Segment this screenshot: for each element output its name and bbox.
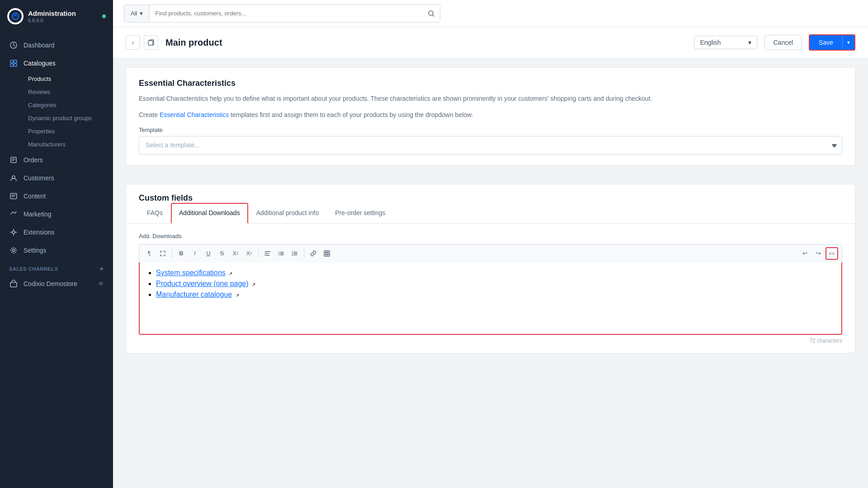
save-dropdown-button[interactable]: ▾ (842, 35, 854, 50)
tab-faqs[interactable]: FAQs (139, 203, 171, 224)
cancel-button[interactable]: Cancel (764, 35, 802, 50)
svg-rect-8 (10, 193, 17, 199)
back-button[interactable]: ‹ (126, 35, 140, 50)
tab-additional-downloads[interactable]: Additional Downloads (171, 203, 248, 224)
svg-rect-13 (148, 41, 153, 45)
essential-characteristics-title: Essential Characteristics (139, 79, 842, 88)
rte-bold-button[interactable]: B (175, 247, 188, 260)
save-button[interactable]: Save (810, 35, 842, 50)
search-bar: All ▾ (124, 5, 440, 23)
sidebar-item-manufacturers[interactable]: Manufacturers (24, 138, 113, 151)
settings-icon (9, 246, 18, 255)
dashboard-icon (9, 41, 18, 50)
svg-rect-5 (14, 64, 17, 66)
tab-content-additional-downloads: Add. Downloads ¶ B I U S X2 X2 (126, 224, 855, 353)
sidebar-item-reviews[interactable]: Reviews (24, 85, 113, 99)
tab-pre-order-settings[interactable]: Pre-order settings (327, 203, 393, 224)
duplicate-button[interactable] (144, 35, 158, 50)
extensions-icon (9, 228, 18, 237)
rte-expand-button[interactable] (156, 247, 169, 260)
sidebar-item-products[interactable]: Products (24, 72, 113, 85)
sidebar-item-customers-label: Customers (24, 174, 54, 182)
list-item: Manufacturer catalogue ↗ (156, 291, 834, 299)
rte-ol-button[interactable] (288, 247, 301, 260)
rte-align-button[interactable] (261, 247, 274, 260)
rte-list: System specifications ↗ Product overview… (147, 269, 834, 299)
sidebar-item-orders[interactable]: Orders (0, 151, 113, 169)
external-link-icon-1: ↗ (229, 271, 232, 276)
sidebar-item-content-label: Content (24, 192, 46, 200)
search-submit-button[interactable] (423, 5, 440, 22)
rte-italic-button[interactable]: I (189, 247, 201, 260)
page-title: Main product (165, 38, 687, 48)
rte-content-area[interactable]: System specifications ↗ Product overview… (139, 263, 842, 335)
add-sales-channel-icon[interactable]: + (99, 265, 104, 273)
sidebar-item-settings[interactable]: Settings (0, 241, 113, 259)
rte-superscript-button[interactable]: X2 (229, 247, 242, 260)
online-indicator (102, 14, 106, 18)
rte-separator-1 (172, 249, 172, 258)
custom-fields-card: Custom fields FAQs Additional Downloads … (126, 184, 855, 353)
rte-link-button[interactable] (307, 247, 320, 260)
sidebar-item-dashboard[interactable]: Dashboard (0, 36, 113, 54)
add-downloads-label: Add. Downloads (139, 233, 842, 239)
svg-point-9 (12, 231, 15, 234)
sidebar: Administration 6.6.9.0 Dashboard Catalog… (0, 0, 113, 488)
svg-rect-2 (10, 60, 13, 63)
sidebar-item-properties[interactable]: Properties (24, 125, 113, 138)
essential-characteristics-desc1: Essential Characteristics help you to de… (139, 94, 842, 103)
svg-point-0 (12, 13, 19, 19)
rte-redo-button[interactable]: ↪ (812, 247, 825, 260)
codixio-visibility-icon[interactable]: 👁 (98, 281, 104, 287)
language-selector[interactable]: English ▾ (694, 36, 757, 49)
essential-characteristics-link[interactable]: Essential Characteristics (160, 111, 229, 118)
search-input[interactable] (150, 5, 423, 22)
sidebar-item-marketing-label: Marketing (24, 211, 51, 218)
svg-point-7 (12, 176, 15, 178)
page-nav-buttons: ‹ (126, 35, 158, 50)
sidebar-item-catalogues[interactable]: Catalogues (0, 54, 113, 72)
system-specs-link[interactable]: System specifications (156, 269, 226, 277)
list-item: Product overview (one page) ↗ (156, 280, 834, 288)
page-header: ‹ Main product English ▾ Cancel Save ▾ (113, 27, 868, 58)
tabs-bar: FAQs Additional Downloads Additional pro… (126, 203, 855, 224)
rte-subscript-button[interactable]: X2 (243, 247, 255, 260)
template-placeholder: Select a template... (146, 141, 200, 149)
sidebar-item-categories[interactable]: Categories (24, 99, 113, 112)
topbar: All ▾ (113, 0, 868, 27)
sidebar-item-content[interactable]: Content (0, 187, 113, 205)
sidebar-item-customers[interactable]: Customers (0, 169, 113, 187)
sidebar-item-dynamic-product-groups[interactable]: Dynamic product groups (24, 112, 113, 125)
search-filter-button[interactable]: All ▾ (124, 5, 150, 22)
sidebar-subnav-catalogues: Products Reviews Categories Dynamic prod… (0, 72, 113, 151)
svg-point-10 (13, 249, 15, 252)
svg-rect-11 (10, 282, 17, 287)
app-name: Administration (28, 9, 76, 18)
svg-rect-3 (14, 60, 17, 63)
sidebar-item-marketing[interactable]: Marketing (0, 205, 113, 223)
rte-underline-button[interactable]: U (202, 247, 215, 260)
rte-ul-button[interactable] (275, 247, 288, 260)
customers-icon (9, 174, 18, 183)
rte-paragraph-button[interactable]: ¶ (143, 247, 156, 260)
store-icon (9, 279, 18, 288)
rte-undo-button[interactable]: ↩ (798, 247, 811, 260)
template-select[interactable]: Select a template... ▾ (139, 136, 842, 155)
rte-code-button[interactable]: <> (826, 247, 838, 260)
sidebar-nav: Dashboard Catalogues Products Reviews Ca… (0, 33, 113, 488)
product-overview-link[interactable]: Product overview (one page) (156, 280, 249, 287)
tab-additional-product-info[interactable]: Additional product info (248, 203, 327, 224)
orders-icon (9, 155, 18, 164)
svg-rect-4 (10, 64, 13, 66)
external-link-icon-2: ↗ (252, 282, 255, 287)
char-count: 72 characters (139, 338, 842, 344)
sidebar-item-dashboard-label: Dashboard (24, 42, 55, 49)
sidebar-item-extensions[interactable]: Extensions (0, 223, 113, 241)
rte-table-button[interactable] (321, 247, 333, 260)
save-button-group: Save ▾ (809, 34, 855, 51)
essential-characteristics-card: Essential Characteristics Essential Char… (126, 67, 855, 166)
sidebar-item-codixio[interactable]: Codixio Demostore 👁 (0, 275, 113, 293)
manufacturer-catalogue-link[interactable]: Manufacturer catalogue (156, 291, 232, 298)
app-logo-inner (9, 10, 22, 23)
rte-strikethrough-button[interactable]: S (216, 247, 228, 260)
